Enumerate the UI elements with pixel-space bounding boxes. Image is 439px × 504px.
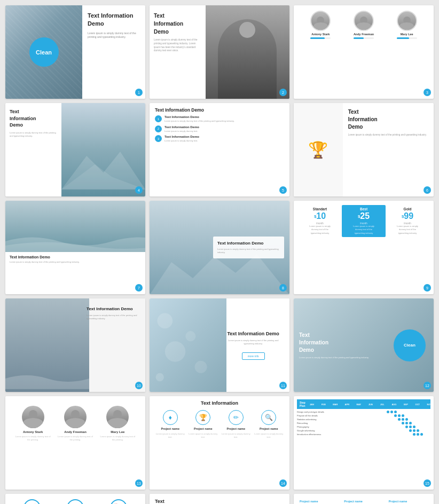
icon-circle-2: 🏆 (195, 410, 210, 425)
avatar-face-3 (398, 12, 416, 30)
avatar2-antony (22, 406, 44, 428)
slide-18[interactable]: Project name Lorem ipsum is simply dummy… (294, 494, 434, 504)
slide-16[interactable]: 📢 Demo Text Information Lorem ipsum is s… (5, 494, 145, 504)
avatar-face-2 (355, 12, 373, 30)
clean-circle-badge: Clean (394, 329, 426, 361)
icon-item-2: 🏆 Project name Lorem ipsum is simply dum… (187, 410, 220, 438)
slide4-body: Lorem ipsum is simply dummy text of the … (10, 131, 57, 138)
project-1: Project name Lorem ipsum is simply dummy… (298, 498, 340, 504)
clean-circle: Clean (29, 37, 59, 67)
slide-14[interactable]: Text Information ♦ Project name Lorem ip… (150, 396, 289, 490)
num-3: 3 (155, 135, 162, 142)
demo-icon-2: 🛡 Demo Text Information Lorem ipsum is s… (59, 499, 91, 504)
pricing-standart-label: Standart (299, 207, 341, 211)
slide2-body: Lorem ipsum is simply dummy text of the … (154, 38, 201, 53)
member-name-3: Mary Lee (401, 33, 413, 36)
member-bar-2 (354, 37, 374, 39)
num-1-text: Lorem ipsum is simply dummy text of the … (164, 120, 234, 123)
demo-icon-3: 🚩 Demo Text Information Lorem ipsum is s… (103, 499, 135, 504)
icon-label-1: Project name (161, 427, 179, 430)
trophy-icon: 🏆 (308, 140, 328, 159)
member2-desc-2: Lorem ipsum is simply dummy text of the … (56, 435, 94, 442)
flag-icon: 🚩 (110, 499, 127, 504)
slide2-title: TextInformationDemo (154, 12, 201, 36)
slide-5[interactable]: Text Information Demo 1 Text Information… (150, 103, 289, 196)
slide-badge-7: 7 (135, 284, 143, 292)
slide-badge-4: 4 (135, 186, 143, 194)
slide-1[interactable]: Clean Text Information Demo Lorem ipsum … (5, 5, 145, 99)
slide12-content: TextInformationDemo Lorem ipsum is simpl… (294, 298, 391, 392)
slide-17[interactable]: TextInformDemo Lorem ipsum is simply dum… (150, 494, 289, 504)
pricing-gold: Gold $99 /month Lorem ipsum is simplydum… (386, 205, 429, 237)
slide12-title: TextInformationDemo (299, 332, 386, 354)
slide-3[interactable]: Antony Stark Andy Freeman (294, 5, 434, 99)
avatar2-mary (106, 406, 129, 428)
slide2-photo (206, 5, 289, 99)
num-3-heading: Text Information Demo (164, 135, 199, 138)
person-silhouette (206, 5, 289, 99)
svg-point-7 (156, 373, 164, 381)
slide-badge-10: 10 (135, 382, 143, 389)
num-2: 2 (155, 125, 162, 132)
slide4-text: TextInformationDemo Lorem ipsum is simpl… (5, 103, 61, 196)
slide17-stats: 65% 65% 12% 12% (213, 498, 284, 504)
slide-9[interactable]: Standart $10 /month Lorem ipsum is simpl… (294, 201, 434, 294)
slide12-body: Lorem ipsum is simply dummy text of the … (299, 356, 386, 359)
slide-15[interactable]: Step Plan JAN FEB MAR APR MAY JUN JUL AU… (294, 396, 434, 490)
slide-badge-1: 1 (135, 89, 143, 96)
slide7-body: Lorem ipsum is simply dummy text of the … (10, 261, 141, 264)
icon-desc-1: Lorem ipsum is simply dummy text. (154, 432, 187, 438)
icon-label-4: Project name (260, 427, 278, 430)
step-plan-title: Step Plan (300, 401, 305, 407)
bubble-svg (150, 298, 226, 392)
slide1-image: Clean (5, 5, 82, 99)
svg-marker-2 (150, 254, 289, 294)
demo-icon-1: 📢 Demo Text Information Lorem ipsum is s… (16, 499, 48, 504)
more-info-button[interactable]: more info (242, 352, 265, 360)
team-member-3: Mary Lee (397, 11, 417, 39)
slide10-body: Lorem ipsum is simply dummy text of the … (87, 314, 141, 320)
icon-row: ♦ Project name Lorem ipsum is simply dum… (154, 410, 285, 438)
slide-11[interactable]: Text Information Demo Lorem ipsum is sim… (150, 298, 289, 392)
slide1-title: Text Information Demo (88, 12, 140, 28)
team-member2-1: Antony Stark Lorem ipsum is simply dummy… (14, 406, 52, 442)
slide13-content: Antony Stark Lorem ipsum is simply dummy… (10, 401, 141, 449)
shield-icon: 🛡 (67, 499, 84, 504)
slide8-title: Text Information Demo (217, 241, 280, 246)
slide10-image (5, 298, 89, 392)
price-standart: $10 (299, 212, 341, 222)
icon-item-1: ♦ Project name Lorem ipsum is simply dum… (154, 410, 187, 438)
slide11-content: Text Information Demo Lorem ipsum is sim… (219, 327, 287, 364)
plan-row-5: Photography (297, 426, 430, 428)
team-circles: Antony Stark Andy Freeman (299, 11, 428, 39)
slide4-image (61, 103, 145, 196)
price-gold: $99 (387, 212, 428, 222)
plan-row-2: Prepare all the details (297, 414, 430, 417)
slide-13[interactable]: Antony Stark Lorem ipsum is simply dummy… (5, 396, 145, 490)
project-2-name: Project name (344, 500, 383, 503)
slide5-title: Text Information Demo (155, 107, 284, 113)
num-2-text: Lorem ipsum is simply dummy text. (164, 130, 199, 133)
slide11-title: Text Information Demo (224, 331, 283, 336)
step-plan-header: Step Plan JAN FEB MAR APR MAY JUN JUL AU… (297, 399, 430, 409)
avatar-face (311, 12, 330, 30)
icon-circle-3: ✏ (229, 410, 244, 425)
plan-row-7: Introduction effectiveness (297, 433, 430, 436)
slide-6[interactable]: 🏆 TextInformationDemo Lorem ipsum is sim… (294, 103, 434, 196)
slide-badge-2: 2 (279, 89, 287, 96)
slide-8[interactable]: Text Information Demo Lorem ipsum is sim… (150, 201, 289, 294)
member2-desc-3: Lorem ipsum is simply dummy text of the … (99, 435, 137, 442)
member-bar-1 (310, 37, 331, 39)
wave-svg (5, 231, 145, 252)
slide11-body: Lorem ipsum is simply dummy text of the … (224, 339, 283, 345)
slide-10[interactable]: Text Information Demo Lorem ipsum is sim… (5, 298, 145, 392)
member2-name-3: Mary Lee (111, 430, 124, 434)
slide-12[interactable]: Clean TextInformationDemo Lorem ipsum is… (294, 298, 434, 392)
num-2-heading: Text Information Demo (164, 125, 199, 129)
member2-name-1: Antony Stark (23, 430, 43, 434)
svg-point-3 (157, 313, 173, 328)
slide-2[interactable]: TextInformationDemo Lorem ipsum is simpl… (150, 5, 289, 99)
slide-4[interactable]: TextInformationDemo Lorem ipsum is simpl… (5, 103, 145, 196)
slide-7[interactable]: Text Information Demo Lorem ipsum is sim… (5, 201, 145, 294)
icon-desc-4: Lorem ipsum is simply dummy text. (253, 432, 286, 438)
